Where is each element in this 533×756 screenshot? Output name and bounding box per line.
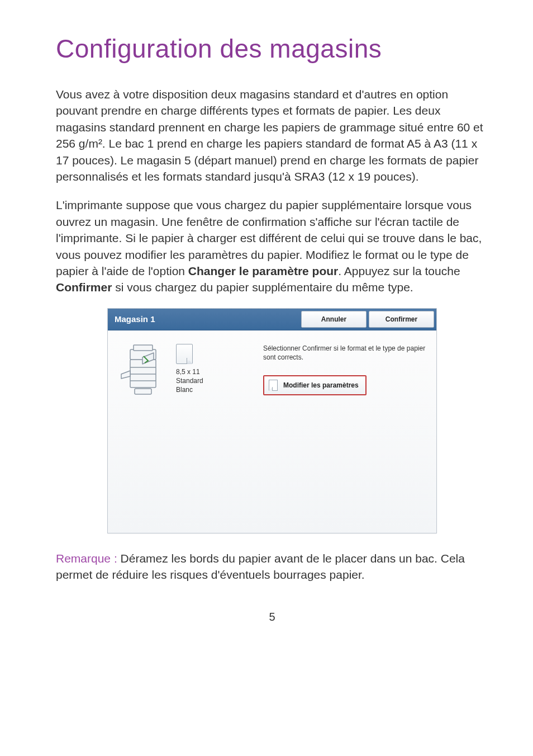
dialog-instruction: Sélectionner Confirmer si le format et l… <box>263 344 426 362</box>
note-paragraph: Remarque : Déramez les bords du papier a… <box>56 550 488 583</box>
paragraph-2: L'imprimante suppose que vous chargez du… <box>56 197 488 295</box>
note-label: Remarque : <box>56 552 121 565</box>
page-icon <box>269 380 278 391</box>
paragraph-1: Vous avez à votre disposition deux magas… <box>56 86 488 185</box>
dialog-right-column: Sélectionner Confirmer si le format et l… <box>258 343 426 499</box>
svg-rect-3 <box>135 389 151 394</box>
dialog-title: Magasin 1 <box>108 309 231 330</box>
para2-mid: . Appuyez sur la touche <box>338 264 460 277</box>
dialog-header: Magasin 1 Annuler Confirmer <box>108 309 436 330</box>
paper-meta: 8,5 x 11 Standard Blanc <box>176 367 203 395</box>
paper-type: Standard <box>176 376 203 385</box>
page-title: Configuration des magasins <box>56 34 488 64</box>
dialog-left-column: 8,5 x 11 Standard Blanc <box>118 343 258 499</box>
page-number: 5 <box>56 611 488 623</box>
para2-post: si vous chargez du papier supplémentaire… <box>112 281 413 294</box>
paper-size: 8,5 x 11 <box>176 367 203 376</box>
paper-info-block: 8,5 x 11 Standard Blanc <box>176 343 203 395</box>
cancel-button[interactable]: Annuler <box>301 311 367 328</box>
modify-settings-button[interactable]: Modifier les paramètres <box>263 375 367 395</box>
document-page: Configuration des magasins Vous avez à v… <box>0 0 533 756</box>
para2-bold-2: Confirmer <box>56 281 112 294</box>
header-spacer <box>231 309 301 330</box>
paper-color: Blanc <box>176 385 203 394</box>
dialog-screenshot: Magasin 1 Annuler Confirmer <box>107 308 437 533</box>
confirm-button[interactable]: Confirmer <box>369 311 434 328</box>
svg-rect-2 <box>134 345 153 351</box>
tray-dialog: Magasin 1 Annuler Confirmer <box>107 308 437 533</box>
para2-bold-1: Changer le paramètre pour <box>188 264 338 277</box>
dialog-body: 8,5 x 11 Standard Blanc Sélectionner Con… <box>108 330 436 533</box>
modify-settings-label: Modifier les paramètres <box>283 381 359 389</box>
paper-chip-icon <box>176 344 193 364</box>
printer-icon <box>118 343 168 399</box>
